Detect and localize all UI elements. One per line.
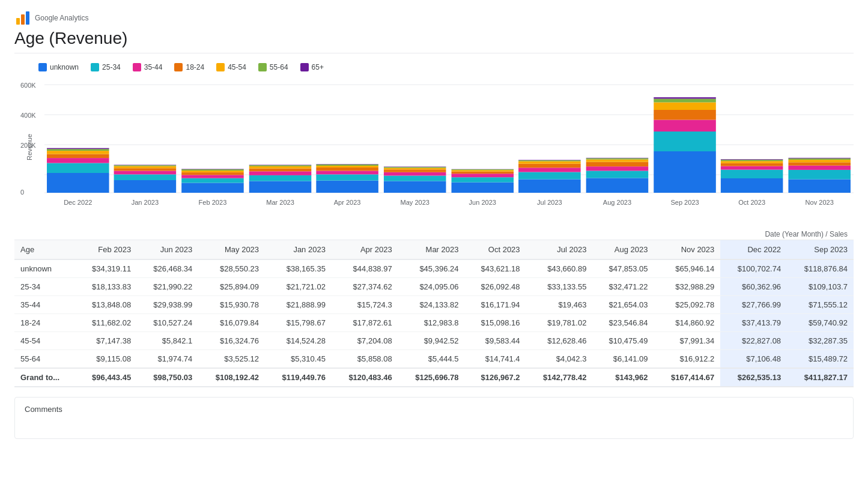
bar-segment-25_34[interactable] <box>181 178 244 183</box>
bar-segment-25_34[interactable] <box>452 177 514 182</box>
bar-segment-55_64[interactable] <box>114 165 177 166</box>
bar-segment-25_34[interactable] <box>114 174 177 180</box>
bar-segment-65p[interactable] <box>114 165 177 166</box>
bar-segment-45_54[interactable] <box>114 166 177 169</box>
bar-segment-25_34[interactable] <box>249 175 312 181</box>
bar-segment-45_54[interactable] <box>788 160 851 162</box>
bar-segment-35_44[interactable] <box>249 171 312 175</box>
bar-segment-55_64[interactable] <box>249 165 312 166</box>
bar-segment-25_34[interactable] <box>47 163 109 174</box>
bar-segment-18_24[interactable] <box>788 162 851 165</box>
value-cell-2-3: $21,888.99 <box>265 296 332 314</box>
bar-segment-18_24[interactable] <box>316 168 378 171</box>
bar-segment-55_64[interactable] <box>518 160 581 162</box>
bar-segment-unknown[interactable] <box>518 180 581 193</box>
bar-segment-45_54[interactable] <box>181 171 244 172</box>
bar-segment-35_44[interactable] <box>47 158 109 163</box>
bar-segment-55_64[interactable] <box>586 158 649 159</box>
bar-segment-25_34[interactable] <box>384 176 446 181</box>
bar-segment-55_64[interactable] <box>721 160 783 161</box>
bar-segment-25_34[interactable] <box>654 132 716 151</box>
bar-segment-18_24[interactable] <box>721 163 783 166</box>
bar-segment-65p[interactable] <box>181 169 244 169</box>
y-tick-0: 0 <box>20 189 24 196</box>
bar-segment-unknown[interactable] <box>452 183 514 193</box>
bar-segment-unknown[interactable] <box>114 180 177 193</box>
bar-segment-unknown[interactable] <box>47 173 109 193</box>
bar-segment-35_44[interactable] <box>721 166 783 170</box>
bar-segment-18_24[interactable] <box>384 169 446 172</box>
bar-segment-55_64[interactable] <box>384 167 446 168</box>
value-cell-1-0: $18,133.83 <box>76 278 137 296</box>
x-label-Dec-2022: Dec 2022 <box>64 199 92 206</box>
value-cell-2-1: $29,938.99 <box>137 296 198 314</box>
bar-segment-18_24[interactable] <box>518 164 581 168</box>
bar-segment-35_44[interactable] <box>181 175 244 178</box>
bar-segment-unknown[interactable] <box>384 181 446 193</box>
bar-segment-55_64[interactable] <box>654 98 716 102</box>
value-cell-6-9: $167,414.67 <box>654 368 721 387</box>
bar-segment-65p[interactable] <box>47 148 109 150</box>
bar-segment-25_34[interactable] <box>518 172 581 180</box>
bar-segment-25_34[interactable] <box>721 170 783 178</box>
bar-segment-18_24[interactable] <box>114 168 177 171</box>
bar-segment-unknown[interactable] <box>316 181 378 193</box>
bar-segment-65p[interactable] <box>249 165 312 166</box>
bar-segment-45_54[interactable] <box>47 151 109 154</box>
bar-segment-45_54[interactable] <box>721 161 783 163</box>
bar-segment-unknown[interactable] <box>586 178 649 193</box>
bar-segment-35_44[interactable] <box>788 166 851 170</box>
bar-segment-65p[interactable] <box>316 164 378 165</box>
col-header-4: Jan 2023 <box>265 240 332 259</box>
bar-segment-35_44[interactable] <box>654 120 716 132</box>
bar-segment-18_24[interactable] <box>47 154 109 159</box>
bar-segment-65p[interactable] <box>788 158 851 159</box>
bar-segment-45_54[interactable] <box>452 170 514 171</box>
bar-segment-55_64[interactable] <box>316 165 378 166</box>
value-cell-6-6: $126,967.2 <box>464 368 526 387</box>
legend-color <box>174 63 183 71</box>
bar-segment-18_24[interactable] <box>452 172 514 174</box>
bar-segment-45_54[interactable] <box>384 168 446 170</box>
bar-segment-unknown[interactable] <box>788 180 851 193</box>
value-cell-6-10: $262,535.13 <box>720 368 787 387</box>
y-tick-200k: 200K <box>20 142 36 149</box>
bar-segment-55_64[interactable] <box>452 169 514 170</box>
bar-segment-55_64[interactable] <box>181 169 244 171</box>
bar-segment-35_44[interactable] <box>452 174 514 177</box>
bar-segment-18_24[interactable] <box>654 110 716 120</box>
bar-segment-18_24[interactable] <box>249 169 312 172</box>
bar-segment-25_34[interactable] <box>316 174 378 180</box>
value-cell-1-1: $21,990.22 <box>137 278 198 296</box>
bar-segment-45_54[interactable] <box>586 160 649 162</box>
bar-segment-35_44[interactable] <box>518 168 581 172</box>
bar-segment-unknown[interactable] <box>654 151 716 193</box>
bar-segment-25_34[interactable] <box>788 170 851 180</box>
bar-segment-55_64[interactable] <box>47 149 109 151</box>
bar-segment-35_44[interactable] <box>586 166 649 171</box>
bar-segment-65p[interactable] <box>518 160 581 160</box>
bar-segment-65p[interactable] <box>586 158 649 159</box>
bar-segment-25_34[interactable] <box>586 171 649 178</box>
bar-segment-45_54[interactable] <box>316 166 378 168</box>
bar-segment-35_44[interactable] <box>316 171 378 174</box>
value-cell-6-5: $125,696.78 <box>398 368 465 387</box>
bar-segment-35_44[interactable] <box>114 171 177 174</box>
y-tick-600k: 600K <box>20 82 36 89</box>
bar-segment-unknown[interactable] <box>249 181 312 193</box>
bar-segment-45_54[interactable] <box>249 166 312 169</box>
value-cell-4-11: $32,287.35 <box>787 332 854 350</box>
bar-segment-18_24[interactable] <box>586 162 649 167</box>
bar-segment-65p[interactable] <box>721 159 783 160</box>
bar-segment-35_44[interactable] <box>384 172 446 176</box>
bar-segment-45_54[interactable] <box>654 102 716 110</box>
bar-segment-unknown[interactable] <box>181 183 244 193</box>
bar-segment-45_54[interactable] <box>518 162 581 164</box>
comments-section[interactable]: Comments <box>14 397 854 439</box>
col-header-11: Dec 2022 <box>720 240 787 259</box>
bar-segment-65p[interactable] <box>654 97 716 98</box>
bar-segment-unknown[interactable] <box>721 178 783 193</box>
bar-segment-65p[interactable] <box>384 167 446 168</box>
bar-segment-55_64[interactable] <box>788 159 851 160</box>
bar-segment-18_24[interactable] <box>181 172 244 175</box>
